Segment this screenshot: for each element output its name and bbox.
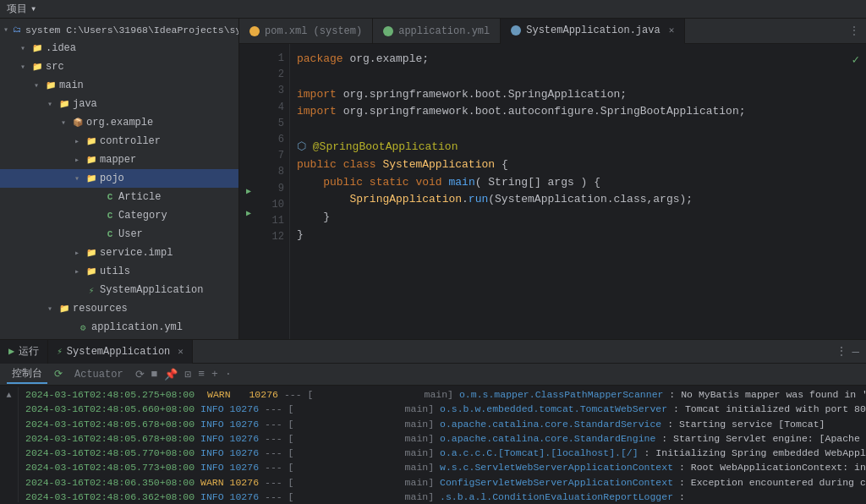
sidebar: ▾ 🗂 system C:\Users\31968\IdeaProjects\s… xyxy=(0,19,239,339)
main-content: ▾ 🗂 system C:\Users\31968\IdeaProjects\s… xyxy=(0,19,866,339)
label-app-yml: application.yml xyxy=(91,321,183,333)
settings-icon[interactable]: ≡ xyxy=(198,368,205,381)
log-line-8: 2024-03-16T02:48:06.362+08:00 INFO 10276… xyxy=(19,490,866,502)
console-inner-bar: 控制台 ⟳ Actuator ⟳ ■ 📌 ⊡ ≡ + · xyxy=(0,364,866,386)
gutter-8[interactable]: ▶ xyxy=(246,202,251,224)
tab-pom-label: pom.xml (system) xyxy=(265,25,362,37)
arrow-main: ▾ xyxy=(30,80,42,90)
tree-item-service-impl[interactable]: ▸ 📁 service.impl xyxy=(0,244,238,262)
tree-item-src[interactable]: ▾ 📁 src xyxy=(0,58,238,76)
arrow-pojo: ▾ xyxy=(71,173,83,184)
label-article: Article xyxy=(118,191,161,203)
line-numbers: 12345 678910 1112 xyxy=(258,44,290,339)
gutter-7[interactable]: ▶ xyxy=(246,181,251,203)
label-resources: resources xyxy=(73,303,128,315)
code-line-3: import org.springframework.boot.SpringAp… xyxy=(297,86,859,104)
project-label: 项目 xyxy=(7,2,27,16)
folder-icon-idea: 📁 xyxy=(30,41,44,55)
java-class-icon-user: C xyxy=(103,227,117,241)
tree-item-app-yml[interactable]: ⚙ application.yml xyxy=(0,318,238,337)
log-line-3: 2024-03-16T02:48:05.678+08:00 INFO 10276… xyxy=(19,417,866,431)
tree-item-utils[interactable]: ▸ 📁 utils xyxy=(0,262,238,281)
tree-item-mapper[interactable]: ▸ 📁 mapper xyxy=(0,151,238,169)
label-src: src xyxy=(46,61,64,73)
tree-item-org-example[interactable]: ▾ 📦 org.example xyxy=(0,113,238,132)
gutter-side: ▶ ▶ xyxy=(239,44,258,339)
tree-item-user[interactable]: C User xyxy=(0,225,238,244)
reload-icon[interactable]: ⟳ xyxy=(135,368,145,381)
folder-icon-mapper: 📁 xyxy=(85,153,98,167)
bottom-tab-bar: ▶ 运行 ⚡ SystemApplication ✕ ⋮ — xyxy=(0,340,866,364)
arrow-service-impl: ▸ xyxy=(71,248,83,258)
arrow-mapper: ▸ xyxy=(71,155,83,165)
console-tab-actuator[interactable]: Actuator xyxy=(69,367,129,382)
tree-item-controller[interactable]: ▸ 📁 controller xyxy=(0,132,238,151)
code-line-6: ⬡ @SpringBootApplication xyxy=(297,139,859,156)
code-line-8: public static void main( String[] args )… xyxy=(297,174,859,192)
java-class-icon-article: C xyxy=(103,190,117,204)
xml-icon xyxy=(249,26,260,36)
run-tab-label: 运行 xyxy=(19,344,39,359)
label-mapper: mapper xyxy=(100,154,136,166)
code-line-1: package org.example; xyxy=(297,51,859,68)
log-area[interactable]: ▲ 2024-03-16T02:48:05.275+08:00 WARN 102… xyxy=(0,386,866,504)
java-class-icon-category: C xyxy=(103,209,117,222)
sidebar-tree[interactable]: ▾ 🗂 system C:\Users\31968\IdeaProjects\s… xyxy=(0,19,238,339)
project-chevron: ▾ xyxy=(30,3,36,15)
label-user: User xyxy=(118,228,143,240)
add-icon[interactable]: + xyxy=(211,368,218,381)
bottom-collapse-icon[interactable]: — xyxy=(852,345,859,359)
log-up-icon[interactable]: ▲ xyxy=(6,391,11,400)
bottom-menu-icon[interactable]: ⋮ xyxy=(836,344,847,359)
tree-item-system[interactable]: ▾ 🗂 system C:\Users\31968\IdeaProjects\s… xyxy=(0,20,238,39)
tab-yml[interactable]: application.yml xyxy=(373,19,501,44)
console-tab-main[interactable]: 控制台 xyxy=(7,364,47,384)
package-icon-org: 📦 xyxy=(71,116,85,129)
code-line-12 xyxy=(297,244,859,262)
code-area[interactable]: package org.example; import org.springfr… xyxy=(290,44,866,339)
tab-java[interactable]: SystemApplication.java ✕ xyxy=(501,19,685,44)
tree-item-idea[interactable]: ▾ 📁 .idea xyxy=(0,39,238,58)
folder-icon-main: 📁 xyxy=(44,79,58,92)
folder-icon-service-impl: 📁 xyxy=(85,246,98,260)
code-line-10: } xyxy=(297,209,859,227)
tree-item-resources[interactable]: ▾ 📁 resources xyxy=(0,299,238,318)
label-controller: controller xyxy=(100,135,161,147)
run-tab[interactable]: ▶ 运行 xyxy=(0,340,48,364)
log-line-1: 2024-03-16T02:48:05.275+08:00 WARN 10276… xyxy=(19,387,866,402)
tab-yml-label: application.yml xyxy=(398,25,490,37)
folder-icon-utils: 📁 xyxy=(85,265,98,278)
log-line-5: 2024-03-16T02:48:05.770+08:00 INFO 10276… xyxy=(19,446,866,460)
stop-icon[interactable]: ■ xyxy=(151,368,158,381)
folder-icon-system: 🗂 xyxy=(10,23,24,36)
folder-icon-resources: 📁 xyxy=(58,302,71,315)
code-line-11: } xyxy=(297,227,859,244)
arrow-idea: ▾ xyxy=(17,43,29,53)
tree-item-system-application[interactable]: ⚡ SystemApplication xyxy=(0,281,238,299)
filter-icon[interactable]: ⊡ xyxy=(184,368,191,381)
more-icon[interactable]: · xyxy=(225,368,232,381)
run-app-tab[interactable]: ⚡ SystemApplication ✕ xyxy=(48,340,193,364)
arrow-utils: ▸ xyxy=(71,266,83,277)
tree-item-main[interactable]: ▾ 📁 main xyxy=(0,76,238,95)
tree-item-pojo[interactable]: ▾ 📁 pojo xyxy=(0,169,238,188)
top-bar: 项目 ▾ xyxy=(0,0,866,19)
spring-boot-icon: ⚡ xyxy=(85,283,98,297)
yml-icon xyxy=(383,26,393,36)
tab-pom[interactable]: pom.xml (system) xyxy=(239,19,373,44)
label-idea: .idea xyxy=(46,42,76,54)
code-line-2 xyxy=(297,68,859,86)
pin-icon[interactable]: 📌 xyxy=(164,368,178,381)
tree-item-article[interactable]: C Article xyxy=(0,188,238,206)
tree-item-java[interactable]: ▾ 📁 java xyxy=(0,95,238,113)
log-line-4: 2024-03-16T02:48:05.678+08:00 INFO 10276… xyxy=(19,431,866,446)
arrow-src: ▾ xyxy=(17,62,29,72)
tab-java-close[interactable]: ✕ xyxy=(669,25,675,36)
run-app-icon: ⚡ xyxy=(57,346,63,357)
run-icon: ▶ xyxy=(8,345,14,358)
label-utils: utils xyxy=(100,266,130,277)
run-app-close[interactable]: ✕ xyxy=(178,346,184,357)
project-menu[interactable]: 项目 ▾ xyxy=(7,2,36,16)
tab-bar-menu[interactable]: ⋮ xyxy=(842,25,866,37)
tree-item-category[interactable]: C Category xyxy=(0,206,238,225)
